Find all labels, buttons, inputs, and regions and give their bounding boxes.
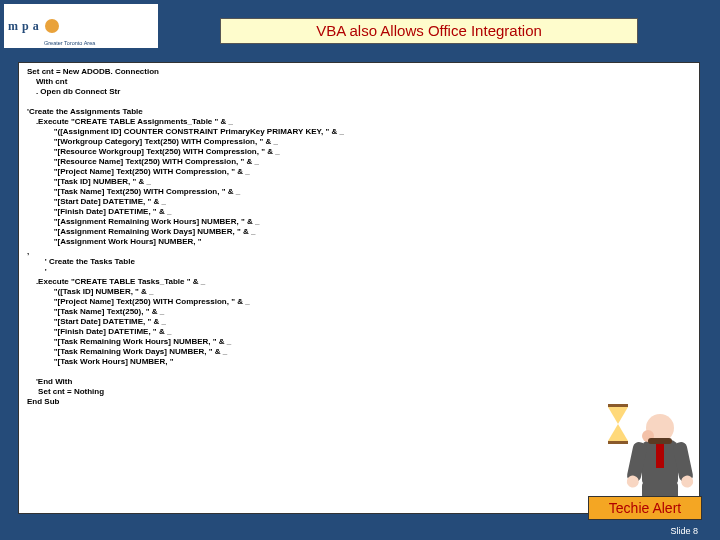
slide-title: VBA also Allows Office Integration — [220, 18, 638, 44]
logo-box: mpa Greater Toronto Area — [4, 4, 158, 48]
hourglass-icon — [606, 404, 630, 444]
logo-mark: mpa — [8, 19, 59, 34]
logo-subtitle: Greater Toronto Area — [44, 40, 95, 46]
header: mpa Greater Toronto Area VBA also Allows… — [0, 0, 720, 52]
alert-badge: Techie Alert — [588, 496, 702, 520]
logo-text: mpa — [8, 19, 43, 34]
slide-number: Slide 8 — [670, 526, 698, 536]
logo-accent-dot-icon — [45, 19, 59, 33]
